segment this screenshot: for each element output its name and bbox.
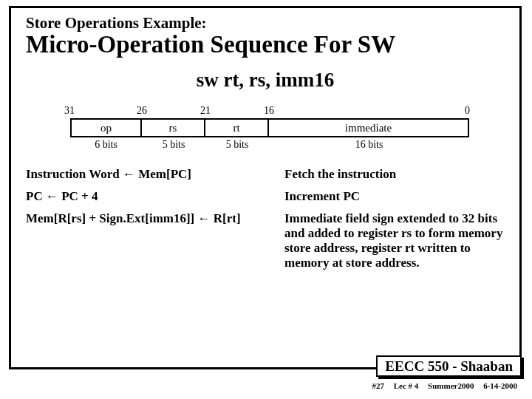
course-box: EECC 550 - Shaaban [376, 355, 522, 377]
uop-text: R[rt] [211, 211, 241, 225]
left-arrow-icon: ← [198, 211, 211, 225]
uop-expr: Mem[R[rs] + Sign.Ext[imm16]] ← R[rt] [26, 211, 284, 270]
left-arrow-icon: ← [123, 167, 135, 181]
uop-text: PC [26, 189, 46, 203]
instruction-mnemonic: sw rt, rs, imm16 [26, 69, 505, 92]
left-arrow-icon: ← [46, 189, 58, 203]
field-immediate: immediate [269, 118, 469, 137]
uop-expr: PC ← PC + 4 [26, 189, 284, 204]
uop-desc: Immediate field sign extended to 32 bits… [284, 211, 505, 270]
slide-frame: Store Operations Example: Micro-Operatio… [9, 6, 522, 369]
uop-desc: Increment PC [284, 189, 505, 204]
bitpos-31: 31 [64, 105, 75, 117]
bitpos-26: 26 [137, 105, 147, 117]
bitfield-fields: op rs rt immediate [70, 118, 469, 137]
lecture-number: Lec # 4 [394, 381, 419, 390]
slide-title: Micro-Operation Sequence For SW [26, 31, 505, 58]
micro-operations: Instruction Word ← Mem[PC] Fetch the ins… [26, 167, 505, 270]
uop-row-fetch: Instruction Word ← Mem[PC] Fetch the ins… [26, 167, 505, 182]
uop-text: PC + 4 [58, 189, 98, 203]
width-immediate: 16 bits [269, 139, 469, 151]
width-rt: 5 bits [205, 139, 269, 151]
width-op: 6 bits [70, 139, 142, 151]
uop-text: Mem[PC] [135, 167, 191, 181]
slide-subtitle: Store Operations Example: [26, 14, 505, 33]
uop-row-store: Mem[R[rs] + Sign.Ext[imm16]] ← R[rt] Imm… [26, 211, 505, 270]
uop-row-incr: PC ← PC + 4 Increment PC [26, 189, 505, 204]
term: Summer2000 [428, 381, 474, 390]
field-rt: rt [205, 118, 269, 137]
width-rs: 5 bits [142, 139, 205, 151]
bitpos-21: 21 [200, 105, 211, 117]
uop-expr: Instruction Word ← Mem[PC] [26, 167, 284, 182]
bitpos-16: 16 [264, 105, 274, 117]
field-rs: rs [142, 118, 205, 137]
uop-text: Instruction Word [26, 167, 123, 181]
field-op: op [70, 118, 142, 137]
uop-text: Mem[R[rs] + Sign.Ext[imm16]] [26, 211, 198, 225]
bitpos-0: 0 [465, 105, 470, 117]
slide-number: #27 [372, 381, 384, 390]
bitfield-widths: 6 bits 5 bits 5 bits 16 bits [70, 139, 469, 151]
bitfield-diagram: 31 26 21 16 0 op rs rt immediate 6 bits … [70, 105, 490, 151]
date: 6-14-2000 [483, 381, 517, 390]
uop-desc: Fetch the instruction [284, 167, 505, 182]
bitfield-positions: 31 26 21 16 0 [70, 105, 490, 118]
slide-meta: #27 Lec # 4 Summer2000 6-14-2000 [364, 381, 517, 390]
